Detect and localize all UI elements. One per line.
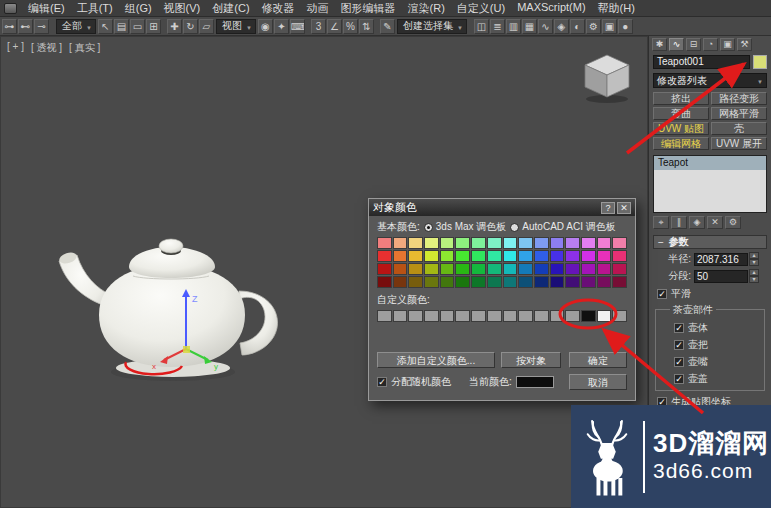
basic-color-swatch[interactable] (471, 250, 486, 262)
segments-input[interactable]: 50 (694, 270, 748, 283)
basic-color-swatch[interactable] (597, 237, 612, 249)
basic-color-swatch[interactable] (487, 250, 502, 262)
basic-color-swatch[interactable] (534, 276, 549, 288)
parameters-rollout-header[interactable]: 参数 (653, 235, 767, 249)
menu-item[interactable]: 创建(C) (206, 0, 255, 17)
spinner-down-icon[interactable] (749, 276, 759, 283)
radio-3dsmax-palette[interactable]: 3ds Max 调色板 (424, 220, 507, 234)
basic-color-swatch[interactable] (581, 250, 596, 262)
modifier-stack[interactable]: Teapot (653, 155, 767, 213)
help-button[interactable]: ? (601, 202, 615, 214)
assign-random-colors-checkbox[interactable] (377, 377, 387, 387)
spout-checkbox[interactable] (674, 357, 684, 367)
basic-color-swatch[interactable] (612, 250, 627, 262)
pin-stack-icon[interactable]: ⌖ (653, 216, 669, 229)
remove-modifier-icon[interactable]: ✕ (707, 216, 723, 229)
window-crossing-icon[interactable]: ⊞ (146, 19, 161, 34)
basic-color-swatch[interactable] (581, 237, 596, 249)
ok-button[interactable]: 确定 (569, 352, 627, 368)
object-color-swatch[interactable] (753, 55, 767, 69)
basic-color-swatch[interactable] (424, 276, 439, 288)
basic-color-swatch[interactable] (377, 237, 392, 249)
basic-color-swatch[interactable] (455, 263, 470, 275)
bind-to-space-warp-icon[interactable]: ⊸ (34, 19, 49, 34)
basic-color-swatch[interactable] (377, 250, 392, 262)
menu-item[interactable]: 图形编辑器 (335, 0, 402, 17)
spinner-up-icon[interactable] (749, 252, 759, 259)
curve-editor-icon[interactable]: ∿ (538, 19, 553, 34)
basic-color-swatch[interactable] (565, 276, 580, 288)
basic-color-swatch[interactable] (471, 237, 486, 249)
smooth-checkbox[interactable] (657, 289, 667, 299)
modifier-button-meshsmooth[interactable]: 网格平滑 (711, 107, 767, 120)
basic-color-swatch[interactable] (518, 263, 533, 275)
custom-color-swatch[interactable] (612, 310, 627, 322)
custom-color-swatch[interactable] (565, 310, 580, 322)
basic-color-swatch[interactable] (503, 237, 518, 249)
basic-color-swatch[interactable] (408, 237, 423, 249)
render-production-icon[interactable]: ● (618, 19, 633, 34)
select-and-rotate-icon[interactable]: ↻ (183, 19, 198, 34)
viewport-shading-label[interactable]: [ 真实 ] (69, 41, 100, 55)
basic-color-swatch[interactable] (440, 237, 455, 249)
custom-color-swatch[interactable] (408, 310, 423, 322)
basic-color-swatch[interactable] (487, 237, 502, 249)
custom-color-swatch[interactable] (377, 310, 392, 322)
keyboard-shortcut-override-icon[interactable]: ⌨ (290, 19, 305, 34)
basic-color-swatch[interactable] (393, 250, 408, 262)
basic-color-swatch[interactable] (440, 250, 455, 262)
viewport-view-label[interactable]: [ 透视 ] (31, 41, 62, 55)
radio-autocad-palette[interactable]: AutoCAD ACI 调色板 (510, 220, 615, 234)
make-unique-icon[interactable]: ◈ (689, 216, 705, 229)
custom-color-swatch[interactable] (597, 310, 612, 322)
basic-color-swatch[interactable] (534, 263, 549, 275)
basic-color-swatch[interactable] (393, 263, 408, 275)
edit-named-selection-sets-icon[interactable]: ✎ (380, 19, 395, 34)
layer-manager-icon[interactable]: ▥ (506, 19, 521, 34)
menu-item[interactable]: 编辑(E) (22, 0, 71, 17)
select-and-link-icon[interactable]: ⊶ (2, 19, 17, 34)
create-tab[interactable]: ✱ (652, 38, 667, 51)
gizmo-center[interactable] (183, 346, 190, 353)
menu-item[interactable]: 渲染(R) (402, 0, 451, 17)
motion-tab[interactable]: ◔ (703, 38, 718, 51)
basic-color-swatch[interactable] (550, 250, 565, 262)
segments-spinner[interactable] (749, 269, 759, 283)
basic-color-swatch[interactable] (424, 263, 439, 275)
basic-color-swatch[interactable] (503, 250, 518, 262)
select-object-icon[interactable]: ↖ (98, 19, 113, 34)
viewcube[interactable] (579, 51, 635, 103)
add-custom-colors-button[interactable]: 添加自定义颜色... (377, 352, 495, 368)
graphite-modeling-icon[interactable]: ▦ (522, 19, 537, 34)
basic-color-swatch[interactable] (503, 263, 518, 275)
basic-color-swatch[interactable] (455, 237, 470, 249)
menu-item[interactable]: 帮助(H) (592, 0, 641, 17)
custom-color-swatch[interactable] (581, 310, 596, 322)
select-and-move-icon[interactable]: ✚ (167, 19, 182, 34)
menu-item[interactable]: 动画 (301, 0, 335, 17)
basic-color-swatch[interactable] (534, 250, 549, 262)
basic-color-swatch[interactable] (408, 263, 423, 275)
basic-color-swatch[interactable] (377, 263, 392, 275)
percent-snap-icon[interactable]: % (343, 19, 358, 34)
current-color-swatch[interactable] (516, 376, 554, 388)
select-by-name-icon[interactable]: ▤ (114, 19, 129, 34)
spinner-down-icon[interactable] (749, 259, 759, 266)
basic-color-swatch[interactable] (612, 263, 627, 275)
use-pivot-center-icon[interactable]: ◉ (258, 19, 273, 34)
basic-color-swatch[interactable] (518, 237, 533, 249)
hierarchy-tab[interactable]: ⊟ (686, 38, 701, 51)
basic-color-swatch[interactable] (487, 276, 502, 288)
custom-color-swatch[interactable] (503, 310, 518, 322)
basic-color-swatch[interactable] (597, 276, 612, 288)
custom-color-swatch[interactable] (487, 310, 502, 322)
mirror-icon[interactable]: ◫ (474, 19, 489, 34)
modifier-button-shell[interactable]: 壳 (711, 122, 767, 135)
basic-color-swatch[interactable] (565, 263, 580, 275)
dialog-titlebar[interactable]: 对象颜色 ? ✕ (369, 199, 635, 216)
basic-color-swatch[interactable] (408, 250, 423, 262)
by-object-button[interactable]: 按对象 (501, 352, 561, 368)
utilities-tab[interactable]: ⚒ (737, 38, 752, 51)
render-setup-icon[interactable]: ⚙ (586, 19, 601, 34)
menu-item[interactable]: 修改器 (256, 0, 301, 17)
